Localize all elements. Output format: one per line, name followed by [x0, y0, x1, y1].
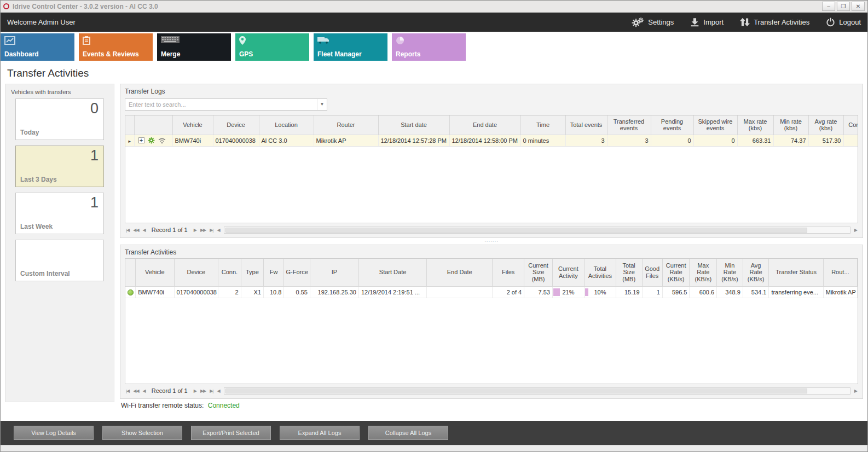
column-header-g_force[interactable]: G-Force — [284, 259, 310, 286]
column-header-max_rate[interactable]: Max rate (kbs) — [737, 115, 773, 135]
column-header-total_activities[interactable]: Total Activities — [584, 259, 616, 286]
table-row[interactable]: BMW740i0170400000382X110.80.55192.168.25… — [125, 286, 858, 298]
column-header-pending_events[interactable]: Pending events — [651, 115, 693, 135]
view-log-details-button[interactable]: View Log Details — [14, 426, 94, 440]
column-header-good_files[interactable]: Good Files — [642, 259, 662, 286]
scroll-right-button[interactable]: ▶ — [854, 228, 857, 233]
progress-text: 10% — [587, 289, 614, 295]
column-header-end_date[interactable]: End date — [449, 115, 520, 135]
wifi-icon[interactable] — [158, 137, 166, 144]
collapse-all-logs-button[interactable]: Collapse All Logs — [368, 426, 448, 440]
pager-prev-button[interactable]: ◀ — [143, 389, 146, 393]
column-header-blank[interactable] — [125, 115, 134, 135]
table-row[interactable]: ▸+BMW740i017040000038Al CC 3.0Mikrotik A… — [125, 135, 858, 146]
column-header-conn[interactable]: Conn. — [218, 259, 241, 286]
card-last-3-days[interactable]: 1 Last 3 Days — [15, 146, 104, 187]
search-combo[interactable]: ▼ — [125, 98, 327, 111]
pager-fast-next-button[interactable]: ▶▶ — [200, 389, 206, 393]
pager-prev-button[interactable]: ◀ — [143, 228, 146, 233]
pager-first-button[interactable]: |◀ — [126, 228, 129, 233]
dropdown-arrow-icon[interactable]: ▼ — [317, 99, 327, 110]
table-header-row: VehicleDeviceLocationRouterStart dateEnd… — [125, 115, 858, 135]
titlebar[interactable]: Idrive Control Center - 3.0.2 version - … — [1, 1, 867, 13]
tile-fleet-manager[interactable]: Fleet Manager — [314, 33, 387, 61]
gear-icon[interactable] — [148, 137, 155, 144]
column-header-blank[interactable] — [134, 115, 172, 135]
maximize-button[interactable]: ❐ — [837, 2, 850, 11]
column-header-router[interactable]: Rout... — [823, 259, 857, 286]
pager-next-button[interactable]: ▶ — [194, 228, 196, 233]
scroll-left-button[interactable]: ◀ — [217, 389, 219, 393]
column-header-time[interactable]: Time — [520, 115, 565, 135]
logout-button[interactable]: Logout — [826, 18, 861, 27]
cell-max_rate: 663.31 — [737, 135, 773, 146]
column-header-total_events[interactable]: Total events — [565, 115, 607, 135]
column-header-skipped_wire_events[interactable]: Skipped wire events — [693, 115, 737, 135]
tile-gps[interactable]: GPS — [235, 33, 309, 61]
pager-fast-next-button[interactable]: ▶▶ — [200, 228, 206, 233]
scrollbar-thumb[interactable] — [225, 228, 807, 233]
scroll-left-button[interactable]: ◀ — [217, 228, 219, 233]
card-custom-interval[interactable]: Custom Interval — [15, 240, 104, 281]
tile-merge[interactable]: Merge — [157, 33, 231, 61]
pager-next-button[interactable]: ▶ — [194, 389, 196, 393]
expand-all-logs-button[interactable]: Expand All Logs — [280, 426, 360, 440]
search-input[interactable] — [125, 101, 317, 108]
card-today[interactable]: 0 Today — [15, 98, 104, 140]
card-last-week[interactable]: 1 Last Week — [15, 193, 104, 234]
search-row: ▼ — [125, 98, 858, 111]
pager-first-button[interactable]: |◀ — [126, 389, 129, 393]
scrollbar-thumb[interactable] — [225, 389, 807, 393]
horizontal-scrollbar[interactable] — [224, 387, 850, 395]
column-header-avg_rate[interactable]: Avg rate (kbs) — [808, 115, 843, 135]
tile-dashboard[interactable]: Dashboard — [1, 33, 74, 61]
column-header-type[interactable]: Type — [241, 259, 263, 286]
column-header-transferred_events[interactable]: Transferred events — [607, 115, 651, 135]
column-header-start_date[interactable]: Start date — [378, 115, 449, 135]
import-label: Import — [703, 18, 724, 26]
pager-last-button[interactable]: ▶| — [210, 228, 213, 233]
column-header-device[interactable]: Device — [174, 259, 218, 286]
pager-fast-prev-button[interactable]: ◀◀ — [133, 389, 138, 393]
horizontal-scrollbar[interactable] — [224, 227, 850, 234]
column-header-current_rate[interactable]: Current Rate (KB/s) — [662, 259, 690, 286]
cell-total_size: 15.19 — [616, 286, 642, 298]
expand-plus-icon[interactable]: + — [138, 137, 144, 143]
column-header-files[interactable]: Files — [493, 259, 524, 286]
column-header-current_activity[interactable]: Current Activity — [552, 259, 584, 286]
column-header-max_rate[interactable]: Max Rate (KB/s) — [690, 259, 717, 286]
column-header-start_date[interactable]: Start Date — [358, 259, 426, 286]
column-header-total_size[interactable]: Total Size (MB) — [616, 259, 642, 286]
column-header-end_date[interactable]: End Date — [427, 259, 493, 286]
tile-reports[interactable]: Reports — [392, 33, 466, 61]
pager-last-button[interactable]: ▶| — [210, 389, 213, 393]
column-header-blank[interactable] — [125, 259, 136, 286]
column-header-conn[interactable]: Conn. — [843, 115, 858, 135]
cell-pending_events: 0 — [651, 135, 693, 146]
column-header-location[interactable]: Location — [259, 115, 314, 135]
column-header-ip[interactable]: IP — [310, 259, 358, 286]
minimize-button[interactable]: – — [822, 2, 835, 11]
export-print-selected-button[interactable]: Export/Print Selected — [191, 426, 271, 440]
page-title: Transfer Activities — [1, 63, 867, 84]
close-button[interactable]: ✕ — [852, 2, 865, 11]
column-header-min_rate[interactable]: Min Rate (KB/s) — [717, 259, 743, 286]
column-header-vehicle[interactable]: Vehicle — [136, 259, 174, 286]
tile-label: Dashboard — [4, 50, 39, 58]
tile-events-reviews[interactable]: Events & Reviews — [79, 33, 153, 61]
column-header-vehicle[interactable]: Vehicle — [172, 115, 213, 135]
show-selection-button[interactable]: Show Selection — [102, 426, 182, 440]
transfer-activities-button[interactable]: Transfer Activities — [740, 18, 809, 27]
column-header-min_rate[interactable]: Min rate (kbs) — [773, 115, 808, 135]
column-header-avg_rate[interactable]: Avg Rate (KB/s) — [743, 259, 769, 286]
column-header-device[interactable]: Device — [213, 115, 259, 135]
column-header-current_size[interactable]: Current Size (MB) — [524, 259, 553, 286]
settings-button[interactable]: Settings — [631, 17, 674, 28]
column-header-router[interactable]: Router — [314, 115, 378, 135]
scroll-right-button[interactable]: ▶ — [854, 389, 857, 393]
column-header-fw[interactable]: Fw — [264, 259, 284, 286]
panel-splitter[interactable]: ······· — [120, 238, 863, 245]
import-button[interactable]: Import — [690, 18, 724, 27]
pager-fast-prev-button[interactable]: ◀◀ — [133, 228, 138, 233]
column-header-transfer_status[interactable]: Transfer Status — [769, 259, 823, 286]
